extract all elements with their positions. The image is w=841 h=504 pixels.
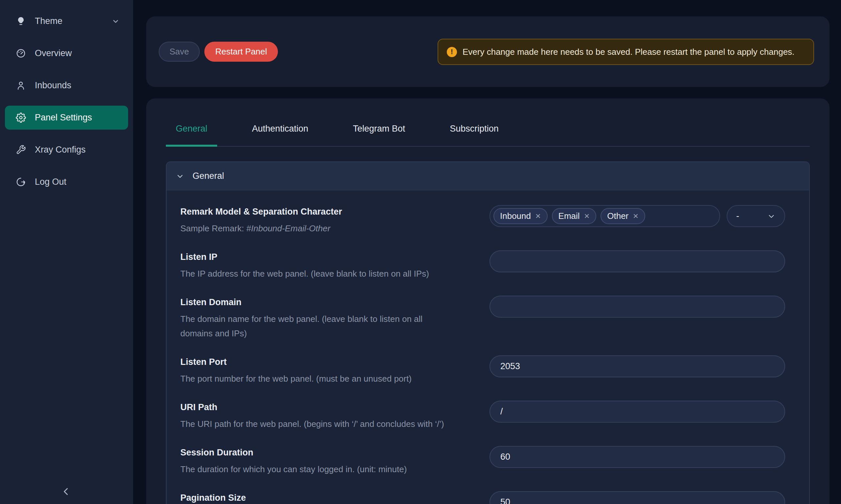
logout-icon: [16, 177, 26, 187]
remark-tag-other: Other ✕: [601, 208, 645, 224]
sidebar-item-theme[interactable]: Theme: [5, 9, 128, 33]
tab-telegram-bot[interactable]: Telegram Bot: [343, 123, 415, 147]
listen-ip-desc: The IP address for the web panel. (leave…: [181, 267, 456, 281]
restart-panel-button[interactable]: Restart Panel: [204, 42, 278, 62]
listen-ip-label: Listen IP: [181, 250, 456, 264]
session-duration-input[interactable]: [490, 446, 785, 468]
form-row-listen-port: Listen Port The port number for the web …: [181, 355, 785, 386]
gear-icon: [16, 112, 26, 123]
form-row-listen-domain: Listen Domain The domain name for the we…: [181, 295, 785, 341]
panel-settings-card: General Authentication Telegram Bot Subs…: [146, 98, 829, 504]
form-row-uri-path: URI Path The URI path for the web panel.…: [181, 401, 785, 431]
listen-domain-input[interactable]: [490, 295, 785, 318]
remark-tag-inbound: Inbound ✕: [494, 208, 548, 224]
remark-tag-email: Email ✕: [552, 208, 597, 224]
session-duration-label: Session Duration: [181, 446, 456, 459]
remove-tag-icon[interactable]: ✕: [535, 213, 541, 219]
remove-tag-icon[interactable]: ✕: [633, 213, 639, 219]
save-button[interactable]: Save: [159, 42, 200, 62]
listen-port-input[interactable]: [490, 355, 785, 377]
remark-model-multiselect[interactable]: Inbound ✕ Email ✕ Other ✕: [490, 205, 720, 227]
form-row-pagination-size: Pagination Size: [181, 491, 785, 504]
session-duration-desc: The duration for which you can stay logg…: [181, 462, 456, 476]
sidebar: Theme Overview Inbounds Panel Settings: [0, 0, 133, 504]
sidebar-item-label: Log Out: [35, 177, 66, 187]
sidebar-item-panel-settings[interactable]: Panel Settings: [5, 106, 128, 130]
form-row-listen-ip: Listen IP The IP address for the web pan…: [181, 250, 785, 281]
warning-alert-text: Every change made here needs to be saved…: [463, 45, 794, 58]
sidebar-item-xray-configs[interactable]: Xray Configs: [5, 138, 128, 162]
sidebar-item-inbounds[interactable]: Inbounds: [5, 73, 128, 97]
listen-port-desc: The port number for the web panel. (must…: [181, 372, 456, 386]
chevron-down-icon: [767, 212, 776, 220]
separator-select[interactable]: -: [727, 205, 785, 227]
toolbar-card: Save Restart Panel ! Every change made h…: [146, 16, 829, 87]
uri-path-label: URI Path: [181, 401, 456, 414]
main-content: Save Restart Panel ! Every change made h…: [133, 0, 841, 504]
form-row-session-duration: Session Duration The duration for which …: [181, 446, 785, 476]
sidebar-item-label: Xray Configs: [35, 145, 86, 155]
wrench-icon: [16, 145, 26, 155]
general-section-title: General: [192, 171, 224, 181]
tab-authentication[interactable]: Authentication: [242, 123, 318, 147]
chevron-left-icon: [60, 486, 72, 498]
sidebar-item-label: Theme: [35, 16, 63, 26]
sidebar-item-label: Overview: [35, 48, 72, 58]
warning-alert: ! Every change made here needs to be sav…: [437, 39, 814, 65]
chevron-down-icon: [111, 17, 120, 25]
remove-tag-icon[interactable]: ✕: [584, 213, 590, 219]
form-row-remark: Remark Model & Separation Character Samp…: [181, 205, 785, 236]
tab-subscription[interactable]: Subscription: [440, 123, 509, 147]
sidebar-collapse-button[interactable]: [60, 486, 73, 499]
remark-label: Remark Model & Separation Character: [181, 205, 456, 218]
listen-port-label: Listen Port: [181, 355, 456, 368]
general-section-header[interactable]: General: [167, 162, 809, 190]
separator-select-value: -: [736, 211, 739, 221]
listen-domain-desc: The domain name for the web panel. (leav…: [181, 312, 456, 341]
settings-tabs: General Authentication Telegram Bot Subs…: [166, 98, 810, 147]
remark-sample: Sample Remark: #Inbound-Email-Other: [181, 221, 456, 236]
general-section: General Remark Model & Separation Charac…: [166, 161, 810, 504]
chevron-down-icon: [176, 172, 184, 180]
sidebar-item-label: Inbounds: [35, 80, 71, 91]
lightbulb-icon: [16, 16, 26, 26]
general-section-body: Remark Model & Separation Character Samp…: [167, 190, 809, 504]
uri-path-input[interactable]: [490, 401, 785, 422]
listen-ip-input[interactable]: [490, 250, 785, 272]
pagination-size-input[interactable]: [490, 491, 785, 504]
pagination-size-label: Pagination Size: [181, 491, 456, 504]
warning-icon: !: [447, 47, 457, 57]
tab-general[interactable]: General: [166, 123, 217, 147]
listen-domain-label: Listen Domain: [181, 295, 456, 309]
dashboard-icon: [16, 48, 26, 58]
sidebar-item-label: Panel Settings: [35, 112, 92, 123]
sidebar-item-log-out[interactable]: Log Out: [5, 170, 128, 194]
user-icon: [16, 80, 26, 91]
uri-path-desc: The URI path for the web panel. (begins …: [181, 417, 456, 431]
sidebar-item-overview[interactable]: Overview: [5, 41, 128, 65]
